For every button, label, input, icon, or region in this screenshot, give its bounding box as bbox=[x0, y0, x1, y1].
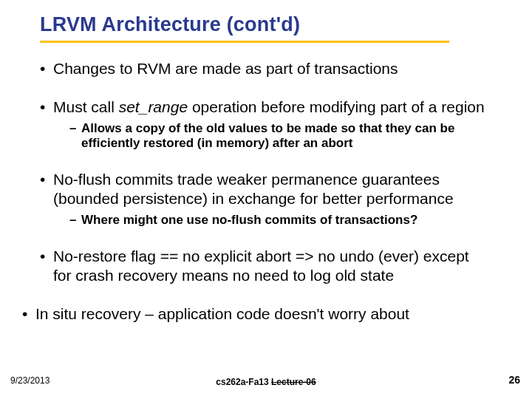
list-item: • Must call set_range operation before m… bbox=[40, 98, 489, 151]
bullet-dot-icon: • bbox=[40, 98, 53, 117]
page-number: 26 bbox=[508, 374, 520, 386]
bullet-text: No-restore flag == no explicit abort => … bbox=[53, 247, 489, 285]
footer-date: 9/23/2013 bbox=[10, 375, 50, 386]
list-item: • Changes to RVM are made as part of tra… bbox=[40, 59, 489, 78]
bullet-text: In situ recovery – application code does… bbox=[35, 304, 409, 324]
slide-body: • Changes to RVM are made as part of tra… bbox=[40, 59, 505, 324]
title-block: LRVM Architecture (cont'd) bbox=[40, 13, 505, 43]
dash-icon: – bbox=[69, 121, 81, 136]
bullet-text: Must call set_range operation before mod… bbox=[53, 98, 485, 117]
list-item: • In situ recovery – application code do… bbox=[40, 304, 489, 324]
bullet-dot-icon: • bbox=[40, 247, 53, 266]
sub-bullet-text: Allows a copy of the old values to be ma… bbox=[81, 121, 489, 151]
sub-list-item: – Allows a copy of the old values to be … bbox=[69, 121, 489, 151]
sub-bullet-text: Where might one use no-flush commits of … bbox=[81, 213, 417, 228]
list-item: • No-flush commits trade weaker permanen… bbox=[40, 170, 489, 228]
bullet-dot-icon: • bbox=[40, 59, 53, 78]
bullet-dot-icon: • bbox=[40, 170, 53, 189]
bullet-text: Changes to RVM are made as part of trans… bbox=[53, 59, 398, 78]
title-underline bbox=[40, 41, 449, 43]
bullet-dot-icon: • bbox=[22, 304, 35, 324]
list-item: • No-restore flag == no explicit abort =… bbox=[40, 247, 489, 285]
sub-list-item: – Where might one use no-flush commits o… bbox=[69, 213, 489, 228]
slide-title: LRVM Architecture (cont'd) bbox=[40, 13, 505, 36]
bullet-text: No-flush commits trade weaker permanence… bbox=[53, 170, 489, 208]
bullet-list: • Changes to RVM are made as part of tra… bbox=[40, 59, 489, 324]
sub-list: – Where might one use no-flush commits o… bbox=[69, 213, 489, 228]
dash-icon: – bbox=[69, 213, 81, 228]
footer-center: cs262a-Fa13 Lecture-06 bbox=[216, 377, 316, 387]
sub-list: – Allows a copy of the old values to be … bbox=[69, 121, 489, 151]
slide: LRVM Architecture (cont'd) • Changes to … bbox=[0, 0, 532, 399]
